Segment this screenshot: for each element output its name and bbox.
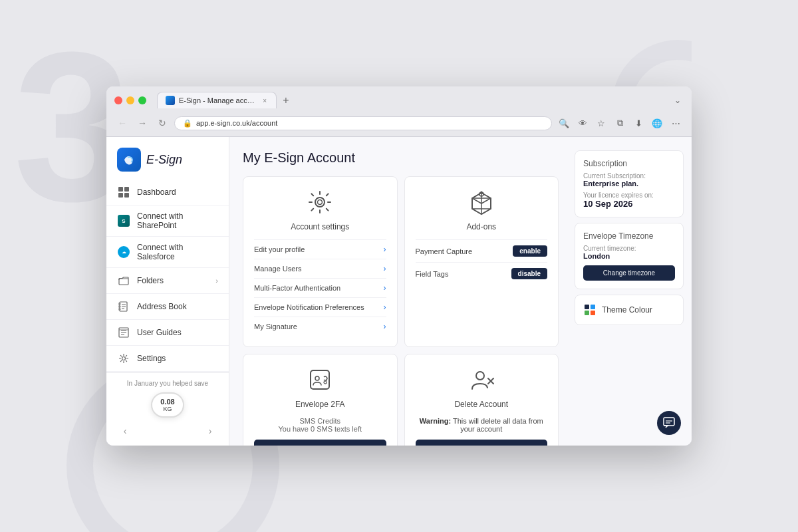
menu-icon[interactable]: ⋯ xyxy=(668,115,684,131)
sidebar-item-user-guides[interactable]: User Guides xyxy=(106,320,229,346)
svg-rect-25 xyxy=(585,311,589,315)
addons-icon xyxy=(467,188,496,217)
browser-tab[interactable]: E-Sign - Manage account × xyxy=(157,92,277,108)
reload-button[interactable]: ↻ xyxy=(154,115,170,131)
nav-prev-button[interactable]: ‹ xyxy=(117,423,133,439)
theme-card[interactable]: Theme Colour xyxy=(575,295,684,325)
copy-icon[interactable]: ⧉ xyxy=(612,115,628,131)
browser-chrome: E-Sign - Manage account × + ⌄ ← → ↻ 🔒 ap… xyxy=(106,86,692,137)
timezone-value: London xyxy=(583,252,675,260)
tab-menu-button[interactable]: ⌄ xyxy=(672,94,684,106)
toolbar-icons: 🔍 👁 ☆ ⧉ ⬇ 🌐 ⋯ xyxy=(556,115,684,131)
close-button[interactable] xyxy=(114,96,122,104)
sidebar-logo: E-Sign xyxy=(106,137,229,180)
minimize-button[interactable] xyxy=(126,96,134,104)
sidebar-item-label: Dashboard xyxy=(137,188,218,197)
tab-title: E-Sign - Manage account xyxy=(179,96,257,104)
licence-expires-date: 10 Sep 2026 xyxy=(583,199,675,209)
sidebar-item-folders[interactable]: Folders › xyxy=(106,268,229,294)
edit-profile-item[interactable]: Edit your profile › xyxy=(254,239,386,259)
sidebar-item-address-book[interactable]: Address Book xyxy=(106,294,229,320)
settings-icon xyxy=(117,352,130,365)
svg-rect-23 xyxy=(585,305,589,309)
envelope-2fa-card: Envelope 2FA SMS Credits You have 0 SMS … xyxy=(243,354,398,446)
sidebar-item-salesforce[interactable]: ☁ Connect with Salesforce xyxy=(106,237,229,268)
chat-button[interactable] xyxy=(657,411,681,435)
licence-expires-label: Your licence expires on: xyxy=(583,192,675,199)
profile-icon[interactable]: 🌐 xyxy=(649,115,665,131)
account-settings-title: Account settings xyxy=(254,222,386,231)
browser-titlebar: E-Sign - Manage account × + ⌄ xyxy=(106,86,692,112)
cloud-badge: 0.08 KG xyxy=(151,392,184,418)
timezone-card: Envelope Timezone Current timezone: Lond… xyxy=(575,223,684,289)
forward-button[interactable]: → xyxy=(134,115,150,131)
payment-capture-item: Payment Capture enable xyxy=(416,239,548,262)
salesforce-icon: ☁ xyxy=(117,245,130,259)
field-tags-label: Field Tags xyxy=(416,270,511,278)
manage-users-item[interactable]: Manage Users › xyxy=(254,259,386,278)
browser-addressbar: ← → ↻ 🔒 app.e-sign.co.uk/account 🔍 👁 ☆ ⧉… xyxy=(106,112,692,136)
svg-rect-0 xyxy=(119,279,128,285)
subscription-title: Subscription xyxy=(583,159,675,168)
eye-icon[interactable]: 👁 xyxy=(575,115,591,131)
sidebar-nav: Dashboard S Connect with SharePoint ☁ Co… xyxy=(106,180,229,372)
my-signature-item[interactable]: My Signature › xyxy=(254,317,386,336)
disable-field-tags-button[interactable]: disable xyxy=(511,268,547,279)
tab-bar: E-Sign - Manage account × + ⌄ xyxy=(157,92,684,108)
sidebar-nav-arrows: ‹ › xyxy=(117,423,218,439)
enable-payment-capture-button[interactable]: enable xyxy=(513,245,547,257)
theme-label: Theme Colour xyxy=(602,305,652,315)
notification-prefs-item[interactable]: Envelope Notification Preferences › xyxy=(254,297,386,317)
chevron-right-icon: › xyxy=(384,245,386,254)
svg-point-9 xyxy=(318,200,323,205)
zoom-icon[interactable]: 🔍 xyxy=(556,115,572,131)
chevron-right-icon: › xyxy=(384,322,386,331)
svg-line-13 xyxy=(472,198,481,203)
page-title: My E-Sign Account xyxy=(243,150,559,166)
chevron-right-icon: › xyxy=(215,277,218,285)
delete-warning-text: Warning: This will delete all data from … xyxy=(416,417,548,433)
sidebar-item-sharepoint[interactable]: S Connect with SharePoint xyxy=(106,205,229,237)
mfa-item[interactable]: Multi-Factor Authentication › xyxy=(254,278,386,297)
subscription-plan: Enterprise plan. xyxy=(583,180,675,188)
svg-point-17 xyxy=(315,376,319,380)
addons-card: Add-ons Payment Capture enable Field Tag… xyxy=(404,176,559,347)
lock-icon: 🔒 xyxy=(183,119,192,128)
sidebar-item-logout[interactable]: Log Out xyxy=(106,372,229,372)
delete-account-icon xyxy=(467,365,496,394)
timezone-title: Envelope Timezone xyxy=(583,231,675,241)
userguides-icon xyxy=(117,326,130,339)
tab-close-button[interactable]: × xyxy=(261,97,268,104)
sidebar-item-dashboard[interactable]: Dashboard xyxy=(106,180,229,205)
purchase-credits-button[interactable]: Purchase credits xyxy=(254,440,386,446)
chevron-right-icon: › xyxy=(384,283,386,293)
new-tab-button[interactable]: + xyxy=(279,94,293,107)
current-timezone-label: Current timezone: xyxy=(583,245,675,252)
svg-line-14 xyxy=(481,198,491,203)
subscription-card: Subscription Current Subscription: Enter… xyxy=(575,150,684,217)
addons-title: Add-ons xyxy=(416,222,548,231)
browser-window: E-Sign - Manage account × + ⌄ ← → ↻ 🔒 ap… xyxy=(106,86,692,446)
change-timezone-button[interactable]: Change timezone xyxy=(583,265,675,281)
maximize-button[interactable] xyxy=(138,96,146,104)
download-icon[interactable]: ⬇ xyxy=(630,115,646,131)
star-icon[interactable]: ☆ xyxy=(593,115,609,131)
sidebar: E-Sign Dashboard S xyxy=(106,137,229,446)
sidebar-item-settings[interactable]: Settings xyxy=(106,346,229,372)
eco-unit: KG xyxy=(163,406,172,412)
current-subscription-label: Current Subscription: xyxy=(583,172,675,180)
nav-next-button[interactable]: › xyxy=(202,423,218,439)
svg-point-20 xyxy=(476,372,484,380)
sidebar-item-label: Connect with SharePoint xyxy=(137,211,218,230)
chevron-right-icon: › xyxy=(384,264,386,273)
2fa-icon-area xyxy=(254,365,386,394)
sidebar-item-label: Address Book xyxy=(137,302,218,311)
eco-badge: 0.08 KG xyxy=(117,392,218,418)
back-button[interactable]: ← xyxy=(114,115,130,131)
delete-account-button[interactable]: Delete Account xyxy=(416,440,548,446)
logo-text: E-Sign xyxy=(146,153,182,167)
svg-point-6 xyxy=(122,357,126,360)
sidebar-footer: In January you helped save 0.08 KG ‹ › xyxy=(106,372,229,446)
address-bar[interactable]: 🔒 app.e-sign.co.uk/account xyxy=(174,116,552,130)
chevron-right-icon: › xyxy=(384,303,386,312)
